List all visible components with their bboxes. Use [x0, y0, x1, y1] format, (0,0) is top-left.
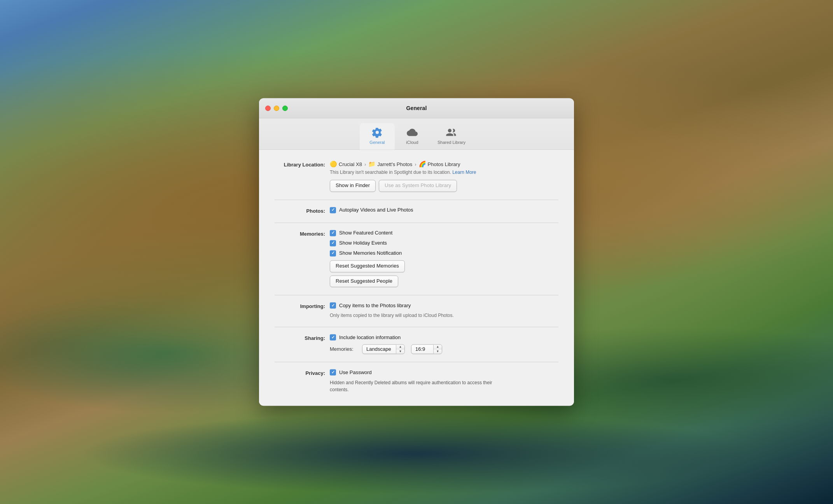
show-featured-label: Show Featured Content [339, 230, 392, 236]
importing-content: Copy items to the Photos library Only it… [330, 303, 558, 319]
maximize-button[interactable] [282, 105, 288, 111]
library-location-label: Library Location: [275, 161, 325, 168]
photos-library-icon: 🌈 [419, 161, 426, 168]
use-password-checkbox[interactable] [330, 369, 336, 376]
library-location-content: 🟡 Crucial X8 › 📁 Jarrett's Photos › 🌈 Ph… [330, 161, 558, 192]
people-icon [445, 126, 458, 138]
titlebar: General [259, 98, 574, 118]
tab-general[interactable]: General [360, 123, 395, 149]
sharing-section: Sharing: Include location information Me… [275, 334, 558, 354]
library-path: 🟡 Crucial X8 › 📁 Jarrett's Photos › 🌈 Ph… [330, 161, 558, 168]
sharing-memories-row: Memories: Landscape Portrait Square ▲ ▼ [330, 345, 558, 354]
path-sep-2: › [415, 161, 416, 167]
show-holiday-row: Show Holiday Events [330, 240, 558, 246]
show-featured-row: Show Featured Content [330, 230, 558, 236]
memories-content: Show Featured Content Show Holiday Event… [330, 230, 558, 287]
path-drive-name: Crucial X8 [339, 161, 362, 167]
path-item-folder: 📁 Jarrett's Photos [368, 161, 412, 168]
divider-1 [275, 200, 558, 200]
importing-label: Importing: [275, 303, 325, 310]
library-buttons: Show in Finder Use as System Photo Libra… [330, 180, 558, 192]
show-memories-notif-row: Show Memories Notification [330, 250, 558, 256]
show-featured-checkbox[interactable] [330, 230, 336, 236]
path-item-library: 🌈 Photos Library [419, 161, 460, 168]
drive-icon: 🟡 [330, 161, 337, 168]
show-memories-notif-checkbox[interactable] [330, 250, 336, 256]
include-location-checkbox[interactable] [330, 334, 336, 341]
sharing-content: Include location information Memories: L… [330, 334, 558, 354]
ratio-select-wrapper: 16:9 4:3 1:1 ▲ ▼ [411, 345, 442, 354]
folder-icon: 📁 [368, 161, 376, 168]
preferences-window: General General iCloud [259, 98, 574, 406]
sharing-label: Sharing: [275, 334, 325, 342]
library-location-section: Library Location: 🟡 Crucial X8 › 📁 Jarre… [275, 161, 558, 192]
divider-4 [275, 327, 558, 327]
privacy-content: Use Password Hidden and Recently Deleted… [330, 369, 558, 394]
tab-icloud-label: iCloud [406, 140, 418, 145]
window-title: General [406, 105, 427, 111]
divider-2 [275, 222, 558, 223]
use-password-row: Use Password [330, 369, 558, 376]
sharing-memories-label: Memories: [330, 346, 359, 352]
memories-section: Memories: Show Featured Content Show Hol… [275, 230, 558, 287]
close-button[interactable] [265, 105, 271, 111]
show-holiday-checkbox[interactable] [330, 240, 336, 246]
use-as-system-button[interactable]: Use as System Photo Library [379, 180, 457, 192]
reset-people-button[interactable]: Reset Suggested People [330, 275, 398, 287]
learn-more-link[interactable]: Learn More [452, 170, 476, 175]
orientation-select[interactable]: Landscape Portrait Square [362, 345, 405, 354]
privacy-section: Privacy: Use Password Hidden and Recentl… [275, 369, 558, 394]
cloud-icon [406, 126, 418, 138]
privacy-label: Privacy: [275, 369, 325, 377]
divider-5 [275, 362, 558, 362]
tab-shared-library-label: Shared Library [438, 140, 466, 145]
copy-items-checkbox[interactable] [330, 303, 336, 309]
copy-items-row: Copy items to the Photos library [330, 303, 558, 309]
autoplay-checkbox[interactable] [330, 207, 336, 213]
reset-memories-button[interactable]: Reset Suggested Memories [330, 260, 405, 272]
tab-general-label: General [369, 140, 385, 145]
ratio-select[interactable]: 16:9 4:3 1:1 [411, 345, 442, 354]
copy-items-label: Copy items to the Photos library [339, 303, 411, 308]
traffic-lights [265, 105, 288, 111]
show-in-finder-button[interactable]: Show in Finder [330, 180, 376, 192]
photos-content: Autoplay Videos and Live Photos [330, 207, 558, 213]
copy-items-note: Only items copied to the library will up… [330, 313, 558, 319]
minimize-button[interactable] [274, 105, 279, 111]
show-holiday-label: Show Holiday Events [339, 240, 387, 246]
orientation-select-wrapper: Landscape Portrait Square ▲ ▼ [362, 345, 405, 354]
path-sep-1: › [364, 161, 366, 167]
path-library-name: Photos Library [428, 161, 460, 167]
include-location-label: Include location information [339, 334, 401, 340]
gear-icon [371, 126, 383, 138]
content-area: Library Location: 🟡 Crucial X8 › 📁 Jarre… [259, 150, 574, 406]
library-note: This Library isn't searchable in Spotlig… [330, 169, 558, 176]
autoplay-row: Autoplay Videos and Live Photos [330, 207, 558, 213]
path-item-drive: 🟡 Crucial X8 [330, 161, 362, 168]
importing-section: Importing: Copy items to the Photos libr… [275, 303, 558, 319]
photos-label: Photos: [275, 207, 325, 215]
tab-shared-library[interactable]: Shared Library [430, 123, 473, 149]
memories-label: Memories: [275, 230, 325, 238]
photos-section: Photos: Autoplay Videos and Live Photos [275, 207, 558, 215]
privacy-note: Hidden and Recently Deleted albums will … [330, 380, 501, 394]
divider-3 [275, 295, 558, 296]
include-location-row: Include location information [330, 334, 558, 341]
show-memories-notif-label: Show Memories Notification [339, 250, 402, 256]
path-folder-name: Jarrett's Photos [377, 161, 412, 167]
toolbar: General iCloud Shared Library [259, 118, 574, 150]
tab-icloud[interactable]: iCloud [395, 123, 430, 149]
autoplay-label: Autoplay Videos and Live Photos [339, 207, 413, 213]
use-password-label: Use Password [339, 369, 372, 375]
